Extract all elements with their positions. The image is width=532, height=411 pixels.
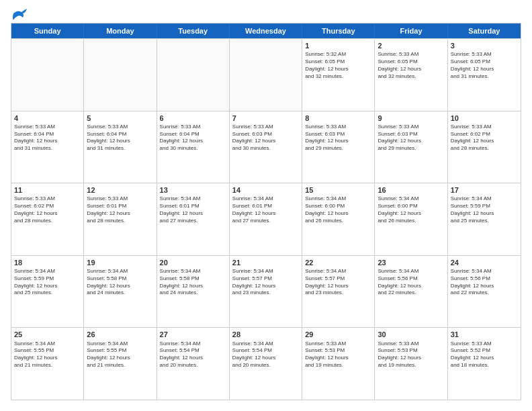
calendar-cell-1-2: 6Sunrise: 5:33 AMSunset: 6:04 PMDaylight… xyxy=(157,111,230,183)
header-day-saturday: Saturday xyxy=(448,24,521,38)
calendar-cell-1-1: 5Sunrise: 5:33 AMSunset: 6:04 PMDaylight… xyxy=(84,111,157,183)
header-day-friday: Friday xyxy=(375,24,447,38)
calendar-cell-2-1: 12Sunrise: 5:33 AMSunset: 6:01 PMDayligh… xyxy=(84,183,157,255)
calendar-row-1: 4Sunrise: 5:33 AMSunset: 6:04 PMDaylight… xyxy=(11,111,521,183)
day-info: Sunrise: 5:34 AMSunset: 5:54 PMDaylight:… xyxy=(232,340,299,369)
calendar-cell-2-0: 11Sunrise: 5:33 AMSunset: 6:02 PMDayligh… xyxy=(11,183,84,255)
header-day-thursday: Thursday xyxy=(302,24,375,38)
calendar-cell-3-2: 20Sunrise: 5:34 AMSunset: 5:58 PMDayligh… xyxy=(157,256,230,328)
day-info: Sunrise: 5:34 AMSunset: 5:55 PMDaylight:… xyxy=(87,340,153,369)
day-number: 15 xyxy=(305,185,371,195)
day-info: Sunrise: 5:34 AMSunset: 5:58 PMDaylight:… xyxy=(160,268,226,297)
day-number: 16 xyxy=(378,185,444,195)
calendar-cell-0-0 xyxy=(11,39,84,111)
calendar-cell-4-2: 27Sunrise: 5:34 AMSunset: 5:54 PMDayligh… xyxy=(157,328,230,400)
day-number: 10 xyxy=(451,113,518,123)
header-day-monday: Monday xyxy=(84,24,157,38)
day-info: Sunrise: 5:34 AMSunset: 6:01 PMDaylight:… xyxy=(160,195,226,224)
calendar-cell-3-3: 21Sunrise: 5:34 AMSunset: 5:57 PMDayligh… xyxy=(230,256,302,328)
calendar-cell-1-6: 10Sunrise: 5:33 AMSunset: 6:02 PMDayligh… xyxy=(448,111,521,183)
header-day-tuesday: Tuesday xyxy=(157,24,230,38)
header xyxy=(11,11,521,17)
calendar-row-2: 11Sunrise: 5:33 AMSunset: 6:02 PMDayligh… xyxy=(11,183,521,255)
day-number: 11 xyxy=(14,185,81,195)
day-info: Sunrise: 5:34 AMSunset: 5:54 PMDaylight:… xyxy=(160,340,226,369)
day-info: Sunrise: 5:33 AMSunset: 6:04 PMDaylight:… xyxy=(14,124,81,152)
day-info: Sunrise: 5:33 AMSunset: 5:52 PMDaylight:… xyxy=(451,340,518,369)
calendar-cell-0-1 xyxy=(84,39,157,111)
calendar-cell-1-5: 9Sunrise: 5:33 AMSunset: 6:03 PMDaylight… xyxy=(375,111,447,183)
day-number: 25 xyxy=(14,330,81,339)
day-info: Sunrise: 5:33 AMSunset: 6:05 PMDaylight:… xyxy=(451,51,518,80)
day-info: Sunrise: 5:33 AMSunset: 5:53 PMDaylight:… xyxy=(378,340,444,369)
day-number: 27 xyxy=(160,330,226,339)
calendar-row-3: 18Sunrise: 5:34 AMSunset: 5:59 PMDayligh… xyxy=(11,255,521,328)
day-number: 3 xyxy=(451,41,518,50)
day-number: 26 xyxy=(87,330,153,339)
calendar-cell-1-0: 4Sunrise: 5:33 AMSunset: 6:04 PMDaylight… xyxy=(11,111,84,183)
day-info: Sunrise: 5:33 AMSunset: 6:03 PMDaylight:… xyxy=(305,124,371,152)
day-number: 29 xyxy=(305,330,371,339)
day-info: Sunrise: 5:33 AMSunset: 6:03 PMDaylight:… xyxy=(232,124,299,152)
header-day-wednesday: Wednesday xyxy=(230,24,302,38)
calendar-cell-4-0: 25Sunrise: 5:34 AMSunset: 5:55 PMDayligh… xyxy=(11,328,84,400)
day-number: 14 xyxy=(232,185,299,195)
calendar-cell-1-3: 7Sunrise: 5:33 AMSunset: 6:03 PMDaylight… xyxy=(230,111,302,183)
day-number: 9 xyxy=(378,113,444,123)
calendar-cell-0-4: 1Sunrise: 5:32 AMSunset: 6:05 PMDaylight… xyxy=(302,39,375,111)
calendar-body: 1Sunrise: 5:32 AMSunset: 6:05 PMDaylight… xyxy=(11,38,521,400)
calendar-cell-0-5: 2Sunrise: 5:33 AMSunset: 6:05 PMDaylight… xyxy=(375,39,447,111)
calendar-cell-0-3 xyxy=(230,39,302,111)
day-number: 13 xyxy=(160,185,226,195)
day-info: Sunrise: 5:34 AMSunset: 5:55 PMDaylight:… xyxy=(14,340,81,369)
day-info: Sunrise: 5:34 AMSunset: 5:58 PMDaylight:… xyxy=(87,268,153,297)
calendar-cell-4-1: 26Sunrise: 5:34 AMSunset: 5:55 PMDayligh… xyxy=(84,328,157,400)
day-number: 30 xyxy=(378,330,444,339)
logo xyxy=(11,11,27,17)
day-number: 20 xyxy=(160,258,226,267)
calendar-cell-3-5: 23Sunrise: 5:34 AMSunset: 5:56 PMDayligh… xyxy=(375,256,447,328)
day-number: 8 xyxy=(305,113,371,123)
day-info: Sunrise: 5:32 AMSunset: 6:05 PMDaylight:… xyxy=(305,51,371,80)
calendar-row-0: 1Sunrise: 5:32 AMSunset: 6:05 PMDaylight… xyxy=(11,38,521,111)
calendar-cell-3-0: 18Sunrise: 5:34 AMSunset: 5:59 PMDayligh… xyxy=(11,256,84,328)
calendar-row-4: 25Sunrise: 5:34 AMSunset: 5:55 PMDayligh… xyxy=(11,327,521,400)
day-info: Sunrise: 5:33 AMSunset: 6:04 PMDaylight:… xyxy=(160,124,226,152)
calendar-cell-0-2 xyxy=(157,39,230,111)
header-day-sunday: Sunday xyxy=(11,24,84,38)
day-number: 31 xyxy=(451,330,518,339)
day-number: 6 xyxy=(160,113,226,123)
day-info: Sunrise: 5:33 AMSunset: 6:03 PMDaylight:… xyxy=(378,124,444,152)
day-info: Sunrise: 5:33 AMSunset: 6:02 PMDaylight:… xyxy=(14,195,81,224)
day-info: Sunrise: 5:34 AMSunset: 5:56 PMDaylight:… xyxy=(378,268,444,297)
page: SundayMondayTuesdayWednesdayThursdayFrid… xyxy=(0,0,532,411)
calendar-cell-4-5: 30Sunrise: 5:33 AMSunset: 5:53 PMDayligh… xyxy=(375,328,447,400)
day-info: Sunrise: 5:33 AMSunset: 6:01 PMDaylight:… xyxy=(87,195,153,224)
day-info: Sunrise: 5:34 AMSunset: 6:01 PMDaylight:… xyxy=(232,195,299,224)
day-info: Sunrise: 5:34 AMSunset: 5:59 PMDaylight:… xyxy=(14,268,81,297)
day-number: 22 xyxy=(305,258,371,267)
calendar-cell-3-4: 22Sunrise: 5:34 AMSunset: 5:57 PMDayligh… xyxy=(302,256,375,328)
calendar-cell-4-4: 29Sunrise: 5:33 AMSunset: 5:53 PMDayligh… xyxy=(302,328,375,400)
calendar-cell-3-1: 19Sunrise: 5:34 AMSunset: 5:58 PMDayligh… xyxy=(84,256,157,328)
day-number: 19 xyxy=(87,258,153,267)
calendar-cell-2-2: 13Sunrise: 5:34 AMSunset: 6:01 PMDayligh… xyxy=(157,183,230,255)
day-number: 24 xyxy=(451,258,518,267)
day-number: 17 xyxy=(451,185,518,195)
day-info: Sunrise: 5:33 AMSunset: 5:53 PMDaylight:… xyxy=(305,340,371,369)
day-number: 18 xyxy=(14,258,81,267)
calendar-cell-2-4: 15Sunrise: 5:34 AMSunset: 6:00 PMDayligh… xyxy=(302,183,375,255)
calendar-cell-2-3: 14Sunrise: 5:34 AMSunset: 6:01 PMDayligh… xyxy=(230,183,302,255)
calendar-cell-1-4: 8Sunrise: 5:33 AMSunset: 6:03 PMDaylight… xyxy=(302,111,375,183)
calendar-cell-4-3: 28Sunrise: 5:34 AMSunset: 5:54 PMDayligh… xyxy=(230,328,302,400)
day-info: Sunrise: 5:34 AMSunset: 5:59 PMDaylight:… xyxy=(451,195,518,224)
day-number: 23 xyxy=(378,258,444,267)
day-number: 12 xyxy=(87,185,153,195)
day-info: Sunrise: 5:33 AMSunset: 6:05 PMDaylight:… xyxy=(378,51,444,80)
day-info: Sunrise: 5:34 AMSunset: 5:56 PMDaylight:… xyxy=(451,268,518,297)
day-info: Sunrise: 5:34 AMSunset: 5:57 PMDaylight:… xyxy=(305,268,371,297)
day-number: 2 xyxy=(378,41,444,50)
calendar-header: SundayMondayTuesdayWednesdayThursdayFrid… xyxy=(11,24,521,38)
day-number: 1 xyxy=(305,41,371,50)
calendar: SundayMondayTuesdayWednesdayThursdayFrid… xyxy=(11,23,521,400)
